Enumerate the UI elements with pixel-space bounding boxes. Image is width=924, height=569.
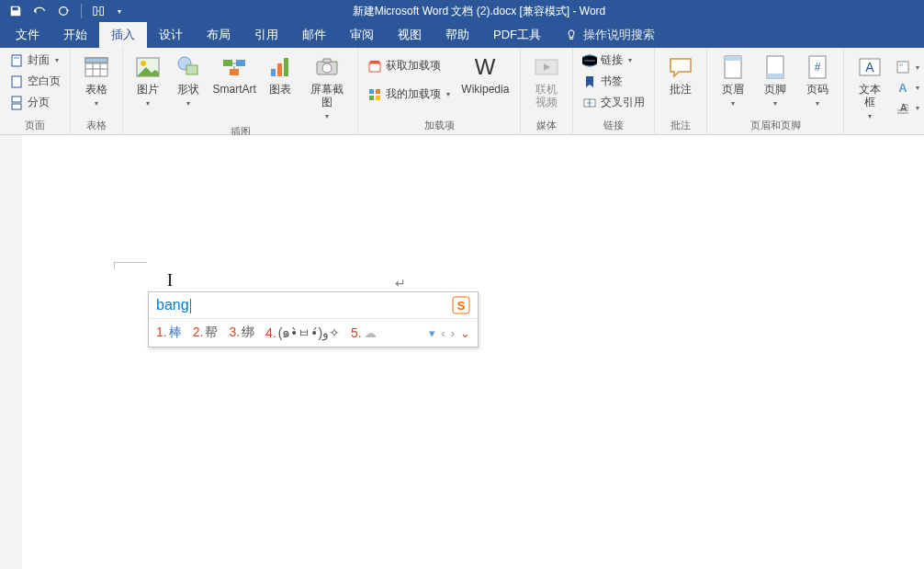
ime-controls: ▾ ‹ › ⌄ xyxy=(429,326,470,340)
ime-input-text: bang xyxy=(156,297,452,313)
page[interactable] xyxy=(147,238,882,569)
svg-rect-37 xyxy=(767,74,783,78)
svg-rect-13 xyxy=(186,65,197,74)
tab-pdf[interactable]: PDF工具 xyxy=(481,22,553,48)
redo-icon[interactable] xyxy=(53,1,73,21)
page-break-icon xyxy=(9,96,24,110)
textbox-button[interactable]: A 文本框▾ xyxy=(850,51,890,123)
cover-page-icon xyxy=(9,53,24,68)
quickparts-button[interactable]: ▾ xyxy=(892,58,923,76)
ime-next-icon[interactable]: › xyxy=(451,326,455,340)
pictures-button[interactable]: 图片▾ xyxy=(129,51,167,111)
svg-text:A: A xyxy=(866,60,875,74)
svg-rect-3 xyxy=(12,55,21,66)
tab-design[interactable]: 设计 xyxy=(147,22,195,48)
page-number-button[interactable]: # 页码▾ xyxy=(797,51,838,111)
ime-candidate-4[interactable]: 4.(๑•̀ㅂ•́)و✧ xyxy=(265,323,340,343)
tab-help[interactable]: 帮助 xyxy=(434,22,481,48)
svg-text:#: # xyxy=(815,61,821,74)
smartart-button[interactable]: SmartArt xyxy=(209,51,259,98)
group-tables: 表格▾ 表格 xyxy=(71,48,123,134)
video-label: 联机视频 xyxy=(532,84,561,109)
svg-rect-16 xyxy=(230,69,239,75)
svg-rect-1 xyxy=(94,7,97,16)
svg-text:W: W xyxy=(475,54,496,79)
group-illustrations: 图片▾ 形状▾ SmartArt 图表 + 屏幕截图▾ 插图 xyxy=(123,48,358,134)
my-addins-button[interactable]: 我的加载项▾ xyxy=(364,85,454,104)
cover-page-button[interactable]: 封面▾ xyxy=(6,51,64,70)
chevron-down-icon: ▾ xyxy=(816,99,819,108)
pictures-icon xyxy=(133,52,163,82)
blank-page-icon xyxy=(9,74,24,89)
footer-button[interactable]: 页脚▾ xyxy=(755,51,795,111)
comment-button[interactable]: 批注 xyxy=(660,51,701,98)
tab-view[interactable]: 视图 xyxy=(386,22,434,48)
chevron-down-icon: ▾ xyxy=(186,99,190,108)
svg-rect-15 xyxy=(236,60,245,66)
dropcap-button[interactable]: A▾ xyxy=(892,98,923,117)
screenshot-label: 屏幕截图 xyxy=(310,83,344,108)
ime-popup: bang S 1.棒 2.帮 3.绑 4.(๑•̀ㅂ•́)و✧ 5.☁ ▾ ‹ … xyxy=(148,291,479,347)
tab-file[interactable]: 文件 xyxy=(4,22,51,48)
ime-candidate-3[interactable]: 3.绑 xyxy=(229,324,254,341)
svg-rect-4 xyxy=(14,57,19,59)
ime-more-icon[interactable]: ▾ xyxy=(429,326,435,340)
tab-tell-me[interactable]: 操作说明搜索 xyxy=(553,22,667,48)
window-title: 新建Microsoft Word 文档 (2).docx [兼容模式] - Wo… xyxy=(126,4,924,19)
ime-expand-icon[interactable]: ⌄ xyxy=(460,326,470,340)
store-icon xyxy=(367,59,382,74)
chart-button[interactable]: 图表 xyxy=(261,51,299,98)
group-text: A 文本框▾ ▾ A▾ A▾ xyxy=(844,48,924,134)
wikipedia-button[interactable]: W Wikipedia xyxy=(456,51,514,98)
table-button[interactable]: 表格▾ xyxy=(76,51,117,111)
screenshot-button[interactable]: + 屏幕截图▾ xyxy=(301,51,352,123)
ime-input-row: bang S xyxy=(149,292,478,319)
smartart-label: SmartArt xyxy=(213,84,256,97)
blank-page-button[interactable]: 空白页 xyxy=(6,72,64,91)
header-button[interactable]: 页眉▾ xyxy=(713,51,753,111)
page-number-icon: # xyxy=(803,52,832,82)
group-pages: 封面▾ 空白页 分页 页面 xyxy=(0,48,71,134)
online-video-button[interactable]: 联机视频 xyxy=(526,51,567,111)
ime-candidate-1[interactable]: 1.棒 xyxy=(156,324,182,341)
page-number-label: 页码 xyxy=(806,83,828,96)
crossref-button[interactable]: 交叉引用 xyxy=(579,93,648,112)
page-break-button[interactable]: 分页 xyxy=(6,93,64,112)
svg-rect-19 xyxy=(284,58,288,76)
get-addins-label: 获取加载项 xyxy=(386,58,441,74)
wikipedia-label: Wikipedia xyxy=(461,84,509,97)
document-area[interactable]: I ↵ bang S 1.棒 2.帮 3.绑 4.(๑•̀ㅂ•́)و✧ 5.☁ … xyxy=(0,135,924,569)
svg-rect-18 xyxy=(277,63,282,76)
get-addins-button[interactable]: 获取加载项 xyxy=(364,56,454,75)
shapes-button[interactable]: 形状▾ xyxy=(169,51,208,111)
link-button[interactable]: 链接▾ xyxy=(579,51,648,70)
tab-home[interactable]: 开始 xyxy=(51,22,99,48)
group-links-label: 链接 xyxy=(579,117,648,132)
undo-icon[interactable] xyxy=(29,1,50,21)
ime-candidate-2[interactable]: 2.帮 xyxy=(193,324,219,341)
chevron-down-icon: ▾ xyxy=(95,99,98,108)
page-break-label: 分页 xyxy=(28,95,50,110)
link-label: 链接 xyxy=(601,52,623,68)
ime-prev-icon[interactable]: ‹ xyxy=(441,326,445,340)
video-icon xyxy=(532,52,561,82)
tab-references[interactable]: 引用 xyxy=(242,22,290,48)
group-media-label: 媒体 xyxy=(526,117,567,132)
svg-rect-2 xyxy=(100,7,104,16)
table-label: 表格 xyxy=(85,83,107,96)
sogou-logo-icon[interactable]: S xyxy=(452,296,470,314)
tab-review[interactable]: 审阅 xyxy=(338,22,386,48)
touch-mode-icon[interactable] xyxy=(89,1,109,21)
wordart-button[interactable]: A▾ xyxy=(892,78,923,97)
group-links: 链接▾ 书签 交叉引用 链接 xyxy=(573,48,655,134)
tab-mailings[interactable]: 邮件 xyxy=(290,22,338,48)
bookmark-button[interactable]: 书签 xyxy=(579,72,648,91)
save-icon[interactable] xyxy=(6,1,26,21)
qat-dropdown-icon[interactable]: ▾ xyxy=(113,1,126,21)
ime-candidate-5[interactable]: 5.☁ xyxy=(351,325,377,340)
tab-layout[interactable]: 布局 xyxy=(195,22,242,48)
tab-insert[interactable]: 插入 xyxy=(99,22,147,48)
cover-page-label: 封面 xyxy=(28,52,50,68)
quickparts-icon xyxy=(896,60,910,74)
chevron-down-icon: ▾ xyxy=(446,90,450,98)
